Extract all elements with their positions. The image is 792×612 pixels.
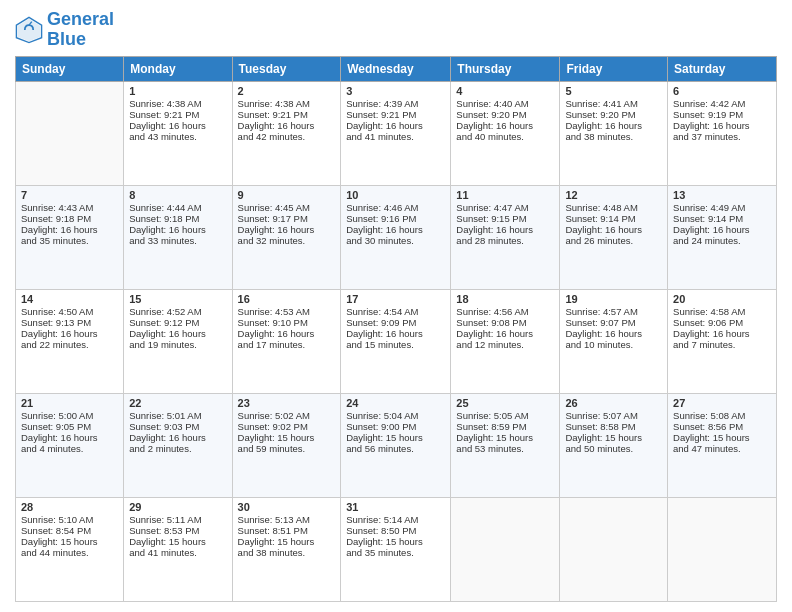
day-info-line: and 15 minutes. bbox=[346, 339, 445, 350]
day-number: 13 bbox=[673, 189, 771, 201]
day-cell: 21Sunrise: 5:00 AMSunset: 9:05 PMDayligh… bbox=[16, 393, 124, 497]
day-info-line: and 7 minutes. bbox=[673, 339, 771, 350]
day-info-line: Daylight: 16 hours bbox=[129, 120, 226, 131]
day-info-line: Sunrise: 5:07 AM bbox=[565, 410, 662, 421]
day-number: 31 bbox=[346, 501, 445, 513]
day-info-line: Daylight: 16 hours bbox=[21, 224, 118, 235]
day-number: 8 bbox=[129, 189, 226, 201]
day-info-line: Sunrise: 5:14 AM bbox=[346, 514, 445, 525]
day-info-line: Sunrise: 4:50 AM bbox=[21, 306, 118, 317]
day-cell bbox=[668, 497, 777, 601]
day-info-line: Sunset: 9:00 PM bbox=[346, 421, 445, 432]
day-info-line: and 2 minutes. bbox=[129, 443, 226, 454]
day-info-line: and 59 minutes. bbox=[238, 443, 336, 454]
day-info-line: Sunrise: 4:46 AM bbox=[346, 202, 445, 213]
day-info-line: Sunset: 9:21 PM bbox=[129, 109, 226, 120]
day-cell: 26Sunrise: 5:07 AMSunset: 8:58 PMDayligh… bbox=[560, 393, 668, 497]
day-info-line: Daylight: 15 hours bbox=[456, 432, 554, 443]
day-info-line: Sunset: 9:10 PM bbox=[238, 317, 336, 328]
day-info-line: and 37 minutes. bbox=[673, 131, 771, 142]
day-number: 28 bbox=[21, 501, 118, 513]
day-info-line: Sunrise: 4:40 AM bbox=[456, 98, 554, 109]
day-info-line: Daylight: 16 hours bbox=[129, 224, 226, 235]
day-info-line: and 35 minutes. bbox=[346, 547, 445, 558]
day-info-line: Sunrise: 5:00 AM bbox=[21, 410, 118, 421]
day-info-line: and 50 minutes. bbox=[565, 443, 662, 454]
day-number: 26 bbox=[565, 397, 662, 409]
day-info-line: Sunrise: 5:11 AM bbox=[129, 514, 226, 525]
day-number: 25 bbox=[456, 397, 554, 409]
day-info-line: Daylight: 15 hours bbox=[238, 536, 336, 547]
day-number: 30 bbox=[238, 501, 336, 513]
day-info-line: Sunset: 8:50 PM bbox=[346, 525, 445, 536]
week-row-3: 14Sunrise: 4:50 AMSunset: 9:13 PMDayligh… bbox=[16, 289, 777, 393]
day-info-line: Daylight: 16 hours bbox=[565, 328, 662, 339]
day-info-line: Daylight: 16 hours bbox=[673, 224, 771, 235]
day-number: 11 bbox=[456, 189, 554, 201]
day-info-line: Sunrise: 4:57 AM bbox=[565, 306, 662, 317]
day-info-line: Sunset: 9:05 PM bbox=[21, 421, 118, 432]
day-cell: 4Sunrise: 4:40 AMSunset: 9:20 PMDaylight… bbox=[451, 81, 560, 185]
day-info-line: Sunset: 9:20 PM bbox=[456, 109, 554, 120]
day-info-line: Sunrise: 5:04 AM bbox=[346, 410, 445, 421]
day-info-line: and 38 minutes. bbox=[238, 547, 336, 558]
week-row-2: 7Sunrise: 4:43 AMSunset: 9:18 PMDaylight… bbox=[16, 185, 777, 289]
day-info-line: and 12 minutes. bbox=[456, 339, 554, 350]
day-info-line: Daylight: 16 hours bbox=[565, 120, 662, 131]
day-info-line: Sunrise: 5:02 AM bbox=[238, 410, 336, 421]
day-cell: 7Sunrise: 4:43 AMSunset: 9:18 PMDaylight… bbox=[16, 185, 124, 289]
day-info-line: and 22 minutes. bbox=[21, 339, 118, 350]
week-row-1: 1Sunrise: 4:38 AMSunset: 9:21 PMDaylight… bbox=[16, 81, 777, 185]
day-number: 1 bbox=[129, 85, 226, 97]
day-number: 12 bbox=[565, 189, 662, 201]
day-number: 7 bbox=[21, 189, 118, 201]
day-info-line: Sunrise: 4:56 AM bbox=[456, 306, 554, 317]
day-info-line: Sunset: 9:21 PM bbox=[346, 109, 445, 120]
day-info-line: Sunrise: 5:01 AM bbox=[129, 410, 226, 421]
day-info-line: Sunset: 9:14 PM bbox=[673, 213, 771, 224]
day-info-line: Sunrise: 5:05 AM bbox=[456, 410, 554, 421]
day-info-line: and 35 minutes. bbox=[21, 235, 118, 246]
day-info-line: Daylight: 16 hours bbox=[346, 224, 445, 235]
day-number: 6 bbox=[673, 85, 771, 97]
day-number: 24 bbox=[346, 397, 445, 409]
day-info-line: Sunrise: 4:42 AM bbox=[673, 98, 771, 109]
day-info-line: Sunset: 9:16 PM bbox=[346, 213, 445, 224]
day-number: 16 bbox=[238, 293, 336, 305]
day-info-line: Daylight: 16 hours bbox=[238, 120, 336, 131]
day-info-line: Sunset: 9:21 PM bbox=[238, 109, 336, 120]
day-info-line: and 28 minutes. bbox=[456, 235, 554, 246]
day-info-line: Sunset: 8:53 PM bbox=[129, 525, 226, 536]
day-cell: 3Sunrise: 4:39 AMSunset: 9:21 PMDaylight… bbox=[341, 81, 451, 185]
day-cell: 18Sunrise: 4:56 AMSunset: 9:08 PMDayligh… bbox=[451, 289, 560, 393]
day-info-line: Daylight: 16 hours bbox=[456, 224, 554, 235]
day-info-line: Daylight: 16 hours bbox=[673, 120, 771, 131]
day-info-line: and 56 minutes. bbox=[346, 443, 445, 454]
day-info-line: Daylight: 15 hours bbox=[238, 432, 336, 443]
day-info-line: Sunset: 9:20 PM bbox=[565, 109, 662, 120]
day-info-line: Sunset: 9:02 PM bbox=[238, 421, 336, 432]
day-info-line: Sunset: 9:19 PM bbox=[673, 109, 771, 120]
day-number: 15 bbox=[129, 293, 226, 305]
col-header-sunday: Sunday bbox=[16, 56, 124, 81]
day-info-line: Sunrise: 4:38 AM bbox=[129, 98, 226, 109]
day-number: 9 bbox=[238, 189, 336, 201]
day-info-line: Daylight: 15 hours bbox=[673, 432, 771, 443]
day-cell: 13Sunrise: 4:49 AMSunset: 9:14 PMDayligh… bbox=[668, 185, 777, 289]
day-number: 20 bbox=[673, 293, 771, 305]
day-cell: 23Sunrise: 5:02 AMSunset: 9:02 PMDayligh… bbox=[232, 393, 341, 497]
day-cell: 31Sunrise: 5:14 AMSunset: 8:50 PMDayligh… bbox=[341, 497, 451, 601]
day-cell: 12Sunrise: 4:48 AMSunset: 9:14 PMDayligh… bbox=[560, 185, 668, 289]
day-info-line: and 24 minutes. bbox=[673, 235, 771, 246]
day-info-line: and 17 minutes. bbox=[238, 339, 336, 350]
day-info-line: Sunrise: 4:44 AM bbox=[129, 202, 226, 213]
day-cell: 30Sunrise: 5:13 AMSunset: 8:51 PMDayligh… bbox=[232, 497, 341, 601]
day-info-line: Sunrise: 4:53 AM bbox=[238, 306, 336, 317]
day-cell: 2Sunrise: 4:38 AMSunset: 9:21 PMDaylight… bbox=[232, 81, 341, 185]
day-info-line: Sunset: 9:08 PM bbox=[456, 317, 554, 328]
logo: General Blue bbox=[15, 10, 114, 50]
day-cell: 28Sunrise: 5:10 AMSunset: 8:54 PMDayligh… bbox=[16, 497, 124, 601]
day-number: 23 bbox=[238, 397, 336, 409]
day-cell: 9Sunrise: 4:45 AMSunset: 9:17 PMDaylight… bbox=[232, 185, 341, 289]
day-info-line: Sunrise: 4:47 AM bbox=[456, 202, 554, 213]
